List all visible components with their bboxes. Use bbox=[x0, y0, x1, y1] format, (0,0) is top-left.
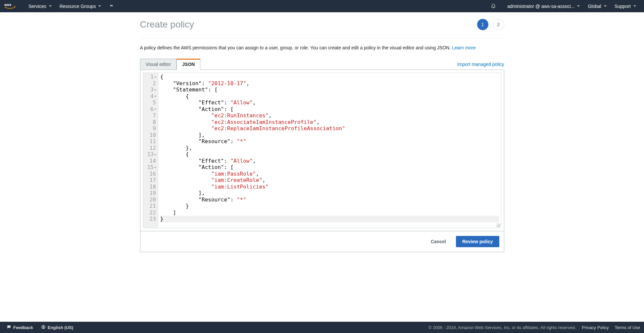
line-number: 2 bbox=[147, 80, 156, 87]
region-menu[interactable]: Global bbox=[584, 0, 610, 12]
tabs-row: Visual editor JSON Import managed policy bbox=[140, 59, 504, 70]
step-1[interactable]: 1 bbox=[477, 19, 488, 30]
line-number: 16 bbox=[147, 171, 156, 177]
bell-icon bbox=[491, 3, 496, 9]
notifications[interactable] bbox=[487, 0, 503, 12]
line-number-gutter: 1234567891011121314151617181920212223 bbox=[143, 73, 158, 228]
description-text: A policy defines the AWS permissions tha… bbox=[140, 45, 452, 50]
tabs: Visual editor JSON bbox=[140, 59, 201, 70]
region-label: Global bbox=[588, 4, 601, 9]
pin-shortcut[interactable] bbox=[105, 0, 118, 12]
account-menu[interactable]: administrator @ aws-sa-associ... bbox=[503, 0, 584, 12]
svg-text:aws: aws bbox=[4, 2, 11, 6]
support-menu[interactable]: Support bbox=[611, 0, 640, 12]
code-line[interactable]: ], bbox=[160, 190, 499, 196]
line-number: 3 bbox=[147, 86, 156, 93]
code-line[interactable]: { bbox=[160, 151, 499, 158]
line-number: 12 bbox=[147, 145, 156, 151]
line-number: 9 bbox=[147, 125, 156, 132]
code-line[interactable]: } bbox=[160, 216, 499, 222]
resize-handle-icon[interactable] bbox=[496, 223, 500, 227]
code-line[interactable]: ] bbox=[160, 209, 499, 216]
fold-marker-icon[interactable] bbox=[154, 77, 156, 78]
cancel-button[interactable]: Cancel bbox=[425, 236, 452, 247]
json-editor-panel: 1234567891011121314151617181920212223 { … bbox=[140, 70, 504, 231]
code-line[interactable]: } bbox=[160, 203, 499, 209]
wizard-steps: 1 2 bbox=[477, 19, 504, 30]
fold-marker-icon[interactable] bbox=[154, 167, 156, 168]
fold-marker-icon[interactable] bbox=[154, 89, 156, 91]
resource-groups-label: Resource Groups bbox=[60, 4, 96, 9]
line-number: 15 bbox=[147, 164, 156, 171]
code-line[interactable]: }, bbox=[160, 145, 499, 151]
page-title: Create policy bbox=[140, 19, 194, 30]
json-code-editor[interactable]: 1234567891011121314151617181920212223 { … bbox=[143, 73, 501, 228]
caret-down-icon bbox=[98, 5, 101, 7]
line-number: 19 bbox=[147, 190, 156, 196]
code-line[interactable]: "Action": [ bbox=[160, 106, 499, 113]
caret-down-icon bbox=[633, 5, 636, 7]
page-header: Create policy 1 2 bbox=[140, 12, 504, 38]
code-line[interactable]: { bbox=[160, 74, 499, 80]
main-content: Create policy 1 2 A policy defines the A… bbox=[137, 12, 508, 269]
aws-logo[interactable]: aws bbox=[4, 2, 18, 10]
line-number: 6 bbox=[147, 106, 156, 113]
account-label: administrator @ aws-sa-associ... bbox=[507, 4, 574, 9]
tab-visual-editor[interactable]: Visual editor bbox=[140, 59, 177, 70]
code-line[interactable]: "Effect": "Allow", bbox=[160, 99, 499, 106]
line-number: 23 bbox=[147, 216, 156, 222]
line-number: 20 bbox=[147, 196, 156, 203]
code-line[interactable]: "ec2:RunInstances", bbox=[160, 112, 499, 119]
line-number: 11 bbox=[147, 138, 156, 145]
code-line[interactable]: "Resource": "*" bbox=[160, 196, 499, 203]
support-label: Support bbox=[615, 4, 631, 9]
code-line[interactable]: "Action": [ bbox=[160, 164, 499, 171]
code-line[interactable]: "iam:CreateRole", bbox=[160, 177, 499, 184]
line-number: 21 bbox=[147, 203, 156, 209]
tab-json[interactable]: JSON bbox=[176, 59, 200, 70]
fold-marker-icon[interactable] bbox=[154, 96, 156, 97]
page-description: A policy defines the AWS permissions tha… bbox=[140, 38, 504, 59]
caret-down-icon bbox=[49, 5, 52, 7]
line-number: 8 bbox=[147, 119, 156, 126]
code-line[interactable]: "ec2:ReplaceIamInstanceProfileAssociatio… bbox=[160, 125, 499, 132]
code-text-area[interactable]: { "Version": "2012-10-17", "Statement": … bbox=[158, 73, 501, 228]
line-number: 5 bbox=[147, 99, 156, 106]
code-line[interactable]: "Resource": "*" bbox=[160, 138, 499, 145]
services-menu[interactable]: Services bbox=[25, 0, 56, 12]
step-2[interactable]: 2 bbox=[493, 19, 504, 30]
pin-icon bbox=[109, 3, 114, 9]
services-label: Services bbox=[28, 4, 46, 9]
line-number: 22 bbox=[147, 209, 156, 216]
line-number: 10 bbox=[147, 132, 156, 139]
import-managed-policy-link[interactable]: Import managed policy bbox=[457, 62, 504, 67]
code-line[interactable]: ], bbox=[160, 132, 499, 139]
code-line[interactable]: "iam:PassRole", bbox=[160, 171, 499, 177]
review-policy-button[interactable]: Review policy bbox=[456, 236, 499, 247]
line-number: 18 bbox=[147, 184, 156, 190]
learn-more-link[interactable]: Learn more bbox=[452, 45, 476, 50]
top-nav: aws Services Resource Groups administrat… bbox=[0, 0, 644, 12]
line-number: 7 bbox=[147, 112, 156, 119]
line-number: 14 bbox=[147, 158, 156, 164]
code-line[interactable]: "Version": "2012-10-17", bbox=[160, 80, 499, 87]
line-number: 4 bbox=[147, 93, 156, 100]
fold-marker-icon[interactable] bbox=[154, 154, 156, 155]
code-line[interactable]: { bbox=[160, 93, 499, 100]
caret-down-icon bbox=[577, 5, 580, 7]
code-line[interactable]: "iam:ListPolicies" bbox=[160, 184, 499, 190]
line-number: 17 bbox=[147, 177, 156, 184]
action-bar: Cancel Review policy bbox=[140, 231, 504, 252]
line-number: 1 bbox=[147, 74, 156, 80]
code-line[interactable]: "Statement": [ bbox=[160, 86, 499, 93]
line-number: 13 bbox=[147, 151, 156, 158]
caret-down-icon bbox=[604, 5, 607, 7]
code-line[interactable]: "ec2:AssociateIamInstanceProfile", bbox=[160, 119, 499, 126]
resource-groups-menu[interactable]: Resource Groups bbox=[56, 0, 105, 12]
code-line[interactable]: "Effect": "Allow", bbox=[160, 158, 499, 164]
fold-marker-icon[interactable] bbox=[154, 109, 156, 110]
